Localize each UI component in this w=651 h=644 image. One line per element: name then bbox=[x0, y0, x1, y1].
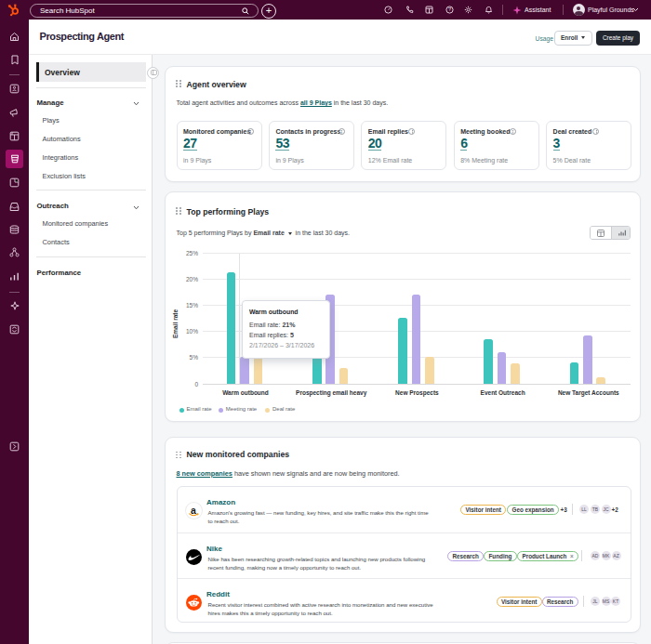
svg-text:?: ? bbox=[447, 7, 450, 12]
